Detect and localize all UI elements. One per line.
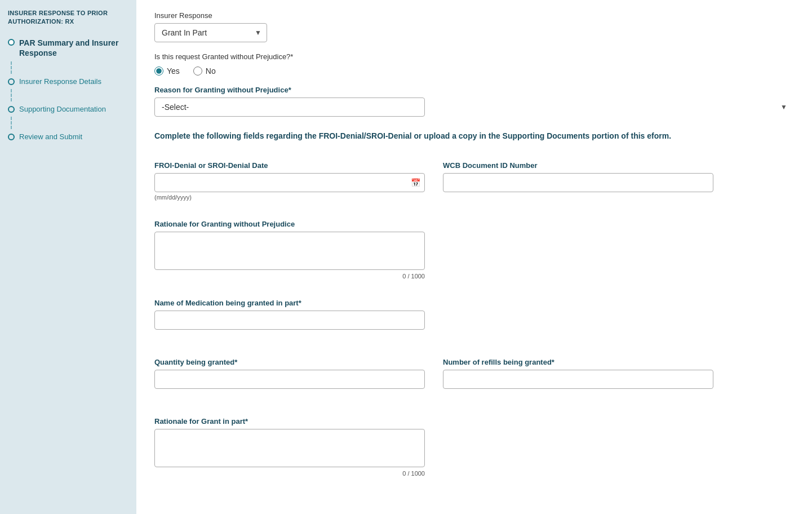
sidebar-item-label-insurer-details: Insurer Response Details bbox=[19, 77, 101, 86]
refills-label: Number of refills being granted* bbox=[443, 358, 713, 366]
sidebar-item-par-summary[interactable]: PAR Summary and Insurer Response bbox=[8, 34, 128, 61]
froi-denial-date-col: FROI-Denial or SROI-Denial Date 📅 (mm/dd… bbox=[154, 151, 425, 201]
sidebar-item-supporting-documentation[interactable]: Supporting Documentation bbox=[8, 101, 128, 117]
insurer-response-select-wrapper: Grant In Part Grant Deny Pend ▼ bbox=[154, 23, 267, 42]
granted-without-prejudice-field: Is this request Granted without Prejudic… bbox=[154, 52, 794, 76]
wcb-doc-id-input[interactable] bbox=[443, 173, 713, 192]
rationale-granting-label: Rationale for Granting without Prejudice bbox=[154, 220, 425, 228]
sidebar-item-insurer-response-details[interactable]: Insurer Response Details bbox=[8, 74, 128, 89]
quantity-label: Quantity being granted* bbox=[154, 358, 425, 366]
sidebar-dot-insurer-details bbox=[8, 78, 15, 85]
reason-granting-label: Reason for Granting without Prejudice* bbox=[154, 86, 794, 94]
sidebar-connector-3 bbox=[11, 117, 12, 129]
froi-denial-date-wrapper: 📅 bbox=[154, 173, 425, 192]
radio-yes-text: Yes bbox=[167, 67, 180, 76]
wcb-doc-id-col: WCB Document ID Number bbox=[443, 151, 713, 201]
quantity-col: Quantity being granted* bbox=[154, 348, 425, 389]
froi-denial-date-input[interactable] bbox=[154, 173, 425, 192]
sidebar-item-label-review-submit: Review and Submit bbox=[19, 132, 82, 141]
sidebar-item-review-submit[interactable]: Review and Submit bbox=[8, 129, 128, 144]
sidebar-header: INSURER RESPONSE TO PRIOR AUTHORIZATION:… bbox=[8, 9, 128, 26]
rationale-granting-charcount: 0 / 1000 bbox=[154, 273, 425, 280]
rationale-grant-charcount: 0 / 1000 bbox=[154, 470, 425, 477]
rationale-grant-field: Rationale for Grant in part* 0 / 1000 bbox=[154, 417, 425, 477]
froi-wcb-row: FROI-Denial or SROI-Denial Date 📅 (mm/dd… bbox=[154, 151, 794, 201]
rationale-granting-field: Rationale for Granting without Prejudice… bbox=[154, 220, 425, 280]
sidebar-navigation: PAR Summary and Insurer Response Insurer… bbox=[8, 34, 128, 144]
info-text: Complete the following fields regarding … bbox=[154, 130, 718, 142]
sidebar-item-label-par-summary: PAR Summary and Insurer Response bbox=[19, 38, 128, 58]
refills-input[interactable] bbox=[443, 370, 713, 389]
sidebar-dot-review-submit bbox=[8, 134, 15, 140]
sidebar: INSURER RESPONSE TO PRIOR AUTHORIZATION:… bbox=[0, 0, 136, 514]
rationale-granting-textarea-wrapper bbox=[154, 232, 425, 272]
medication-name-input[interactable] bbox=[154, 311, 425, 330]
insurer-response-select[interactable]: Grant In Part Grant Deny Pend bbox=[154, 23, 267, 42]
quantity-input[interactable] bbox=[154, 370, 425, 389]
froi-denial-date-hint: (mm/dd/yyyy) bbox=[154, 194, 425, 201]
radio-no-input[interactable] bbox=[193, 67, 202, 76]
insurer-response-label: Insurer Response bbox=[154, 11, 794, 20]
sidebar-connector-2 bbox=[11, 89, 12, 101]
rationale-grant-label: Rationale for Grant in part* bbox=[154, 417, 425, 426]
radio-no-text: No bbox=[206, 67, 216, 76]
main-content: Insurer Response Grant In Part Grant Den… bbox=[136, 0, 812, 514]
rationale-grant-textarea[interactable] bbox=[154, 429, 425, 467]
radio-yes-label[interactable]: Yes bbox=[154, 67, 180, 76]
reason-select-wrapper: -Select- Option 1 Option 2 ▼ bbox=[154, 98, 794, 117]
froi-denial-date-label: FROI-Denial or SROI-Denial Date bbox=[154, 161, 425, 170]
refills-col: Number of refills being granted* bbox=[443, 348, 713, 389]
wcb-doc-id-label: WCB Document ID Number bbox=[443, 161, 713, 170]
granted-without-prejudice-radio-group: Yes No bbox=[154, 67, 794, 76]
sidebar-dot-active bbox=[8, 39, 15, 46]
insurer-response-field: Insurer Response Grant In Part Grant Den… bbox=[154, 11, 794, 42]
sidebar-connector-1 bbox=[11, 61, 12, 74]
granted-without-prejudice-label: Is this request Granted without Prejudic… bbox=[154, 52, 794, 61]
medication-name-label: Name of Medication being granted in part… bbox=[154, 299, 425, 307]
medication-name-field: Name of Medication being granted in part… bbox=[154, 299, 425, 330]
reason-granting-field: Reason for Granting without Prejudice* -… bbox=[154, 86, 794, 117]
radio-yes-input[interactable] bbox=[154, 67, 163, 76]
reason-granting-select[interactable]: -Select- Option 1 Option 2 bbox=[154, 98, 425, 117]
radio-no-label[interactable]: No bbox=[193, 67, 216, 76]
quantity-refills-row: Quantity being granted* Number of refill… bbox=[154, 348, 794, 389]
rationale-granting-textarea[interactable] bbox=[154, 232, 425, 270]
sidebar-item-label-supporting-doc: Supporting Documentation bbox=[19, 105, 106, 113]
sidebar-dot-supporting-doc bbox=[8, 106, 15, 113]
reason-select-arrow: ▼ bbox=[780, 103, 787, 111]
rationale-grant-textarea-wrapper bbox=[154, 429, 425, 469]
